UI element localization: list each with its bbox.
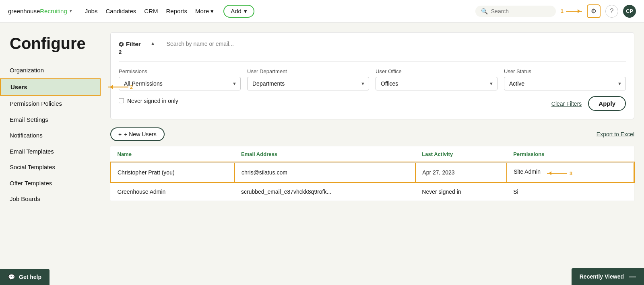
filter-department-group: User Department Departments ▼ bbox=[247, 68, 369, 90]
new-users-button[interactable]: + + New Users bbox=[110, 127, 165, 141]
sidebar-item-organization[interactable]: Organization bbox=[0, 62, 101, 78]
avatar[interactable]: CP bbox=[623, 5, 636, 18]
sidebar-item-email-settings[interactable]: Email Settings bbox=[0, 112, 101, 128]
filter-badge: 2 bbox=[119, 49, 141, 55]
get-help-label: Get help bbox=[19, 274, 41, 280]
nav-candidates[interactable]: Candidates bbox=[105, 8, 136, 14]
department-label: User Department bbox=[247, 68, 369, 74]
filter-collapse-icon[interactable]: ▲ bbox=[151, 41, 155, 46]
status-select-wrapper: Active ▼ bbox=[504, 77, 626, 90]
main-layout: Configure Organization Users 2 Permissio… bbox=[0, 23, 644, 285]
minimize-icon[interactable]: — bbox=[629, 273, 636, 280]
filter-label: ⏣ Filter bbox=[119, 41, 141, 47]
status-select[interactable]: Active bbox=[504, 77, 626, 90]
never-signed-row: Never signed in only bbox=[119, 98, 178, 104]
user-name: Greenhouse Admin bbox=[111, 182, 235, 201]
permissions-select-wrapper: All Permissions ▼ bbox=[119, 77, 241, 90]
sidebar-item-offer-templates[interactable]: Offer Templates bbox=[0, 175, 101, 191]
filter-actions: Clear Filters Apply bbox=[551, 96, 626, 111]
office-select-wrapper: Offices ▼ bbox=[376, 77, 497, 90]
logo-text: greenhouseRecruiting bbox=[8, 8, 67, 14]
office-select[interactable]: Offices bbox=[376, 77, 497, 90]
filter-panel: ⏣ Filter 2 ▲ Permissions All Permissions… bbox=[110, 32, 634, 119]
page-title: Configure bbox=[0, 35, 101, 62]
filter-bottom-row: Never signed in only Clear Filters Apply bbox=[119, 96, 626, 111]
permissions-label: Permissions bbox=[119, 68, 241, 74]
users-table-wrapper: Name Email Address Last Activity Permiss… bbox=[110, 146, 634, 201]
never-signed-checkbox[interactable] bbox=[119, 98, 124, 103]
nav-crm[interactable]: CRM bbox=[144, 8, 158, 14]
top-navigation: greenhouseRecruiting ▾ Jobs Candidates C… bbox=[0, 0, 644, 23]
nav-reports[interactable]: Reports bbox=[166, 8, 188, 14]
plus-icon: + bbox=[118, 131, 122, 137]
more-chevron-icon: ▾ bbox=[211, 8, 214, 15]
search-bar[interactable]: 🔍 bbox=[475, 6, 556, 17]
sidebar: Configure Organization Users 2 Permissio… bbox=[0, 23, 101, 285]
status-label: User Status bbox=[504, 68, 626, 74]
recently-viewed-label: Recently Viewed bbox=[580, 273, 624, 280]
nav-right: 🔍 1 ⚙ ? CP bbox=[475, 4, 636, 18]
row-annotation-3: 3 bbox=[547, 170, 572, 176]
help-button[interactable]: ? bbox=[605, 5, 618, 18]
search-icon: 🔍 bbox=[481, 8, 488, 14]
filter-top-row: ⏣ Filter 2 ▲ bbox=[119, 41, 626, 62]
logo[interactable]: greenhouseRecruiting ▾ bbox=[8, 8, 72, 14]
table-header-row: + + New Users Export to Excel bbox=[110, 127, 634, 141]
apply-button[interactable]: Apply bbox=[588, 96, 626, 111]
user-email: chris@silatus.com bbox=[235, 162, 415, 182]
main-content: ⏣ Filter 2 ▲ Permissions All Permissions… bbox=[101, 23, 644, 285]
table-body: Christopher Pratt (you) chris@silatus.co… bbox=[111, 162, 634, 201]
user-activity: Apr 27, 2023 bbox=[415, 162, 507, 182]
sidebar-users-wrapper: Users 2 bbox=[0, 78, 101, 96]
help-icon: ? bbox=[610, 8, 614, 15]
col-activity: Last Activity bbox=[415, 146, 507, 163]
department-select-wrapper: Departments ▼ bbox=[247, 77, 369, 90]
nav-annotation-1: 1 bbox=[561, 8, 582, 14]
user-permissions: Si bbox=[507, 182, 634, 201]
table-head: Name Email Address Last Activity Permiss… bbox=[111, 146, 634, 163]
user-permissions: Site Admin 3 bbox=[507, 162, 634, 182]
users-table: Name Email Address Last Activity Permiss… bbox=[110, 146, 634, 201]
nav-more[interactable]: More ▾ bbox=[195, 8, 214, 15]
nav-jobs[interactable]: Jobs bbox=[85, 8, 98, 14]
filter-permissions-group: Permissions All Permissions ▼ bbox=[119, 68, 241, 90]
col-permissions: Permissions bbox=[507, 146, 634, 163]
add-chevron-icon: ▾ bbox=[244, 8, 247, 15]
get-help-icon: 💬 bbox=[8, 274, 15, 280]
search-input[interactable] bbox=[491, 8, 539, 14]
table-header-row-el: Name Email Address Last Activity Permiss… bbox=[111, 146, 634, 163]
filter-left: ⏣ Filter 2 bbox=[119, 41, 141, 55]
user-name: Christopher Pratt (you) bbox=[111, 162, 235, 182]
filter-dropdowns-row: Permissions All Permissions ▼ User Depar… bbox=[119, 68, 626, 90]
sidebar-item-notifications[interactable]: Notifications bbox=[0, 127, 101, 144]
sidebar-item-users[interactable]: Users bbox=[0, 78, 101, 96]
col-email: Email Address bbox=[235, 146, 415, 163]
never-signed-label: Never signed in only bbox=[127, 98, 178, 104]
gear-icon: ⚙ bbox=[591, 7, 597, 15]
permissions-select[interactable]: All Permissions bbox=[119, 77, 241, 90]
user-email: scrubbed_email_e87vhckk8q9rofk... bbox=[235, 182, 415, 201]
office-label: User Office bbox=[376, 68, 497, 74]
sidebar-item-email-templates[interactable]: Email Templates bbox=[0, 144, 101, 160]
table-row[interactable]: Greenhouse Admin scrubbed_email_e87vhckk… bbox=[111, 182, 634, 201]
nav-links: Jobs Candidates CRM Reports More ▾ bbox=[85, 8, 214, 15]
logo-chevron-icon: ▾ bbox=[70, 8, 72, 14]
filter-search-input[interactable] bbox=[162, 41, 626, 47]
gear-button[interactable]: ⚙ bbox=[587, 4, 601, 18]
filter-icon: ⏣ bbox=[119, 41, 124, 47]
filter-office-group: User Office Offices ▼ bbox=[376, 68, 497, 90]
user-activity: Never signed in bbox=[415, 182, 507, 201]
clear-filters-button[interactable]: Clear Filters bbox=[551, 100, 582, 107]
recently-viewed-widget[interactable]: Recently Viewed — bbox=[572, 268, 644, 285]
sidebar-item-social-templates[interactable]: Social Templates bbox=[0, 159, 101, 175]
table-row[interactable]: Christopher Pratt (you) chris@silatus.co… bbox=[111, 162, 634, 182]
filter-status-group: User Status Active ▼ bbox=[504, 68, 626, 90]
row-arrow-left-icon bbox=[547, 173, 567, 174]
col-name: Name bbox=[111, 146, 235, 163]
sidebar-item-job-boards[interactable]: Job Boards bbox=[0, 191, 101, 207]
department-select[interactable]: Departments bbox=[247, 77, 369, 90]
sidebar-item-permission-policies[interactable]: Permission Policies bbox=[0, 96, 101, 112]
export-button[interactable]: Export to Excel bbox=[597, 131, 634, 137]
get-help-widget[interactable]: 💬 Get help bbox=[0, 269, 50, 285]
add-button[interactable]: Add ▾ bbox=[223, 5, 254, 18]
